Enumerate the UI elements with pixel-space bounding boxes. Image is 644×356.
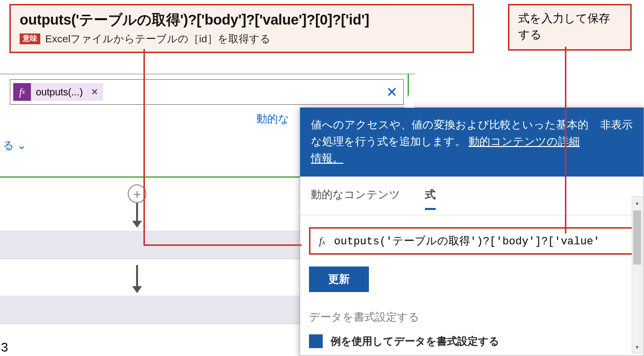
collapse-row[interactable]: る ⌄ [3, 138, 26, 153]
scroll-up-icon[interactable]: ▴ [632, 197, 642, 208]
action-card-placeholder[interactable] [0, 296, 300, 324]
collapse-row-text: る [3, 138, 14, 153]
scroll-thumb[interactable] [633, 210, 641, 265]
expression-callout: outputs('テーブルの取得')?['body']?['value']?[0… [9, 4, 474, 53]
format-by-example-item[interactable]: 例を使用してデータを書式設定する [309, 334, 635, 348]
panel-tabs: 動的なコンテンツ 式 [300, 177, 644, 215]
expression-chip[interactable]: fx outputs(...) ✕ [13, 83, 103, 101]
expression-input-text: outputs('テーブルの取得')?['body']?['value' [334, 234, 600, 248]
panel-description: 値へのアクセスや、値の変換および比較といった基本的な処理を行う式を追加します。 … [311, 117, 590, 167]
connector-line [143, 49, 145, 246]
expression-editor-panel: 値へのアクセスや、値の変換および比較といった基本的な処理を行う式を追加します。 … [300, 107, 644, 356]
chip-label: outputs(...) [36, 87, 83, 98]
row-number-label: 3 [1, 340, 8, 355]
hide-panel-button[interactable]: 非表示 [600, 117, 633, 167]
callout-expression-text: outputs('テーブルの取得')?['body']?['value']?[0… [20, 10, 464, 30]
tab-dynamic-content[interactable]: 動的なコンテンツ [311, 187, 400, 210]
format-icon [309, 334, 323, 348]
scroll-down-icon[interactable]: ▾ [632, 341, 642, 353]
clear-field-icon[interactable]: ✕ [386, 84, 397, 100]
format-by-example-label: 例を使用してデータを書式設定する [331, 334, 500, 348]
connector-line [143, 244, 302, 246]
action-card-placeholder[interactable] [0, 335, 300, 356]
flow-arrow-icon [136, 265, 138, 292]
fx-icon: fx [310, 235, 334, 247]
instruction-callout-text: 式を入力して保存する [518, 12, 610, 41]
chip-remove-icon[interactable]: ✕ [91, 88, 98, 96]
callout-meaning-text: Excelファイルからテーブルの［id］を取得する [45, 32, 271, 46]
panel-scrollbar[interactable]: ▴ ▾ [632, 196, 643, 354]
chevron-down-icon: ⌄ [17, 139, 26, 152]
connector-line [565, 47, 566, 234]
meaning-tag: 意味 [20, 33, 40, 44]
panel-header: 値へのアクセスや、値の変換および比較といった基本的な処理を行う式を追加します。 … [300, 108, 644, 177]
instruction-callout: 式を入力して保存する [508, 4, 632, 51]
callout-meaning-row: 意味 Excelファイルからテーブルの［id］を取得する [20, 32, 464, 46]
tab-expression[interactable]: 式 [425, 187, 436, 210]
expression-token-field[interactable]: fx outputs(...) ✕ ✕ [10, 79, 404, 105]
dynamic-content-link-truncated[interactable]: 動的な [256, 112, 289, 126]
expression-input[interactable]: fx outputs('テーブルの取得')?['body']?['value' [309, 227, 635, 255]
update-button[interactable]: 更新 [309, 267, 369, 292]
fx-icon: fx [13, 83, 31, 101]
flow-arrow-icon [136, 203, 138, 227]
format-data-section-label: データを書式設定する [309, 310, 635, 325]
